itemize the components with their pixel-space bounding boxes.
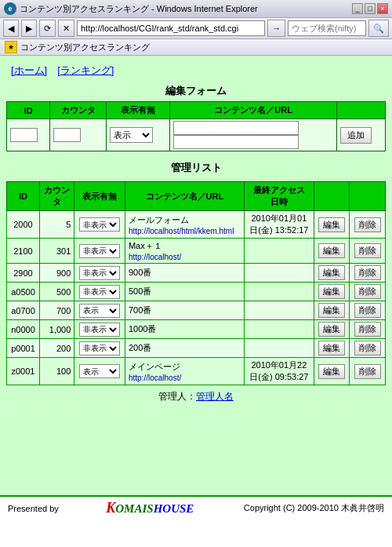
row-counter: 700 [39,301,74,320]
row-last-access [244,239,314,264]
go-button[interactable]: → [267,20,285,37]
row-display-select[interactable]: 非表示 [79,266,120,280]
delete-button[interactable]: 削除 [354,217,381,232]
row-name-text: メールフォーム [129,215,189,224]
row-last-access [244,339,314,358]
delete-button[interactable]: 削除 [354,364,381,379]
delete-button[interactable]: 削除 [354,303,381,318]
row-del-cell: 削除 [350,239,386,264]
row-counter: 100 [39,358,74,385]
row-url: http://localhost/html/kkem.html [129,227,234,235]
row-name: 700番 [125,301,244,320]
home-link[interactable]: [ホーム] [11,64,47,76]
row-edit-cell: 編集 [314,239,350,264]
add-button[interactable]: 追加 [340,127,372,144]
admin-link[interactable]: 管理人名 [196,391,234,402]
row-counter: 301 [39,239,74,264]
row-id: 2100 [7,239,40,264]
list-row-2: 2900 900 非表示 900番 編集 削除 [7,264,386,283]
row-display-select[interactable]: 非表示 [79,285,120,299]
row-display-select[interactable]: 非表示 [79,341,120,356]
delete-button[interactable]: 削除 [354,284,381,299]
edit-button[interactable]: 編集 [318,341,345,356]
favorites-label: コンテンツ別アクセスランキング [20,42,150,53]
row-del-cell: 削除 [350,339,386,358]
footer: Presented by KOMAISHOUSE Copyright (C) 2… [0,495,392,520]
row-display: 表示 [74,301,125,320]
page-content: [ホーム] [ランキング] 編集フォーム ID カウンタ 表示有無 コンテンツ名… [0,56,392,495]
delete-button[interactable]: 削除 [354,265,381,280]
row-id: 2000 [7,211,40,239]
row-id: p0001 [7,339,40,358]
stop-button[interactable]: ✕ [58,20,74,37]
row-display-select[interactable]: 表示 [79,304,120,318]
form-counter-input[interactable] [53,128,81,142]
titlebar-buttons[interactable]: _ □ × [352,3,388,14]
close-button[interactable]: × [377,3,388,14]
forward-button[interactable]: ▶ [21,20,37,37]
row-id: z0001 [7,358,40,385]
edit-button[interactable]: 編集 [318,265,345,280]
list-row-0: 2000 5 非表示 メールフォーム http://localhost/html… [7,211,386,239]
edit-button[interactable]: 編集 [318,243,345,258]
list-row-3: a0500 500 非表示 500番 編集 削除 [7,283,386,301]
footer-copyright: Copyright (C) 2009-2010 木眞井啓明 [244,502,384,514]
row-edit-cell: 編集 [314,358,350,385]
minimize-button[interactable]: _ [352,3,363,14]
edit-button[interactable]: 編集 [318,322,345,337]
row-display-select[interactable]: 表示 [79,364,120,378]
browser-toolbar: ◀ ▶ ⟳ ✕ → 🔍 [0,18,392,39]
form-counter-cell [50,119,107,151]
row-id: 2900 [7,264,40,283]
refresh-button[interactable]: ⟳ [39,20,56,37]
form-id-input[interactable] [10,128,38,142]
form-header-counter: カウンタ [50,102,107,119]
row-display-select[interactable]: 非表示 [79,323,120,337]
row-id: a0700 [7,301,40,320]
edit-button[interactable]: 編集 [318,217,345,232]
list-header-display: 表示有無 [74,182,125,211]
edit-form-title: 編集フォーム [6,81,386,101]
row-counter: 500 [39,283,74,301]
row-display: 非表示 [74,339,125,358]
form-name-input[interactable] [173,121,299,135]
delete-button[interactable]: 削除 [354,322,381,337]
list-row-7: z0001 100 表示 メインページ http://localhost/ 20… [7,358,386,385]
row-del-cell: 削除 [350,320,386,339]
form-name-cell [170,119,337,151]
presented-by: Presented by [8,504,59,513]
row-name: 1000番 [125,320,244,339]
row-display: 非表示 [74,320,125,339]
edit-button[interactable]: 編集 [318,303,345,318]
delete-button[interactable]: 削除 [354,341,381,356]
admin-list-title: 管理リスト [6,158,386,178]
row-edit-cell: 編集 [314,211,350,239]
row-counter: 200 [39,339,74,358]
search-button[interactable]: 🔍 [368,20,389,37]
edit-button[interactable]: 編集 [318,364,345,379]
form-url-input[interactable] [173,135,299,149]
row-display: 非表示 [74,239,125,264]
back-button[interactable]: ◀ [3,20,19,37]
form-id-cell [7,119,50,151]
ranking-link[interactable]: [ランキング] [57,64,114,76]
row-last-access: 2010年01月01日(金) 13:52:17 [244,211,314,239]
search-input[interactable] [288,20,366,36]
row-last-access [244,301,314,320]
row-counter: 5 [39,211,74,239]
edit-button[interactable]: 編集 [318,284,345,299]
delete-button[interactable]: 削除 [354,243,381,258]
favorites-bar: ★ コンテンツ別アクセスランキング [0,39,392,56]
form-display-select[interactable]: 表示 非表示 [110,127,153,143]
row-del-cell: 削除 [350,211,386,239]
row-edit-cell: 編集 [314,301,350,320]
address-bar[interactable] [77,20,265,36]
list-row-1: 2100 301 非表示 Max＋１ http://localhost/ 編集 … [7,239,386,264]
form-header-name: コンテンツ名／URL [170,102,337,119]
maximize-button[interactable]: □ [365,3,376,14]
row-id: a0500 [7,283,40,301]
favorites-icon: ★ [5,41,17,53]
row-display-select[interactable]: 非表示 [79,217,120,232]
row-display-select[interactable]: 非表示 [79,244,120,258]
row-name-text: 700番 [129,305,151,315]
